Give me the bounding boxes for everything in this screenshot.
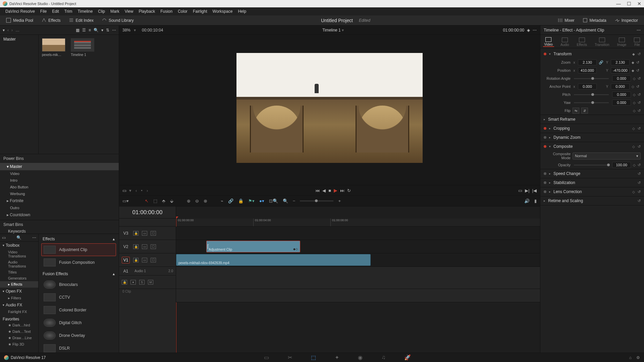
menu-playback[interactable]: Playback — [137, 9, 157, 14]
zoom-preset-icon[interactable]: ⊡🔍 — [269, 198, 278, 203]
track-v2[interactable]: ⟧⟦ Adjustment Clip ◆◇ — [176, 240, 540, 253]
track-header-v2[interactable]: V2 🔒 ▭ ☐ — [119, 240, 176, 253]
keyframe-icon[interactable]: ◆◇ — [293, 247, 298, 251]
last-frame-icon[interactable]: ⏭ — [340, 188, 344, 193]
menu-davinci[interactable]: DaVinci Resolve — [3, 9, 37, 14]
flip-v-button[interactable]: ⇵ — [581, 108, 588, 114]
clip-main-video[interactable]: pexels-mikhail-nilov-6942639.mp4 — [176, 254, 371, 266]
fairlight-page-icon[interactable]: ♫ — [381, 354, 385, 361]
match-frame-icon[interactable]: ▭ — [122, 188, 126, 193]
metadata-toggle[interactable]: Metadata — [581, 17, 608, 23]
effects-options-icon[interactable]: ⋯ — [32, 235, 36, 240]
list-view-icon[interactable]: ≡ — [89, 28, 91, 33]
zoom-slider[interactable] — [300, 200, 333, 201]
bin-outro[interactable]: Outro — [0, 204, 119, 211]
menu-color[interactable]: Color — [176, 9, 190, 14]
menu-file[interactable]: File — [38, 9, 49, 14]
dynamic-trim-icon[interactable]: ⬘ — [162, 198, 165, 203]
timeline-view-options[interactable]: ▭▾ — [122, 198, 129, 203]
pos-x-field[interactable]: 410.000 — [578, 67, 597, 73]
stop-icon[interactable]: ■ — [328, 188, 331, 193]
effects-group-header[interactable]: Effects▴ — [41, 234, 116, 243]
lens-correction-header[interactable]: ▸Lens Correction◇↺ — [540, 187, 644, 196]
anchor-x-field[interactable]: 0.000 — [578, 83, 597, 89]
solo-icon[interactable]: S — [139, 280, 145, 285]
anchor-y-field[interactable]: 0.000 — [611, 83, 630, 89]
composite-header[interactable]: ▾Composite◇↺ — [540, 142, 644, 151]
clip-adjustment[interactable]: ⟧⟦ Adjustment Clip ◆◇ — [206, 241, 300, 252]
search-icon[interactable]: 🔍 — [94, 28, 99, 33]
track-name-v1[interactable]: V1 — [122, 257, 130, 263]
disable-icon[interactable]: ☐ — [151, 244, 156, 249]
timeline-timecode[interactable]: 01:00:00:00 — [119, 206, 176, 219]
auto-select-icon[interactable]: ▭ — [142, 231, 147, 236]
tab-video[interactable]: Video — [543, 36, 554, 47]
effects-search-icon[interactable]: 🔍 — [16, 235, 21, 240]
play-icon[interactable]: ▶ — [334, 188, 337, 193]
effects-toggle[interactable]: Effects — [39, 17, 62, 23]
blade-tool-icon[interactable]: ⬙ — [170, 198, 173, 203]
cut-page-icon[interactable]: ✂ — [288, 354, 292, 361]
smart-reframe-header[interactable]: ▸Smart Reframe — [540, 115, 644, 124]
track-header-a1[interactable]: A1 Audio 1 2.0 — [119, 267, 176, 276]
detail-zoom-icon[interactable]: 🔍 — [283, 198, 288, 203]
disable-icon[interactable]: ☐ — [151, 231, 156, 236]
retime-scaling-header[interactable]: ▸Retime and Scaling↺ — [540, 196, 644, 205]
inspector-toggle[interactable]: Inspector — [612, 17, 640, 23]
openfx-header[interactable]: ▾Open FX — [0, 288, 38, 295]
fx-colored-border[interactable]: Colored Border — [41, 304, 116, 316]
track-name-v3[interactable]: V3 — [122, 230, 130, 237]
pos-y-field[interactable]: -470.000 — [611, 67, 630, 73]
smart-bins-header[interactable]: Smart Bins — [0, 220, 119, 229]
prev-clip-icon[interactable]: |◀ — [532, 188, 537, 193]
fx-binoculars[interactable]: Binoculars — [41, 278, 116, 291]
fx-audio-transitions[interactable]: Audio Transitions — [0, 259, 38, 269]
dynamic-zoom-header[interactable]: ▸Dynamic Zoom — [540, 133, 644, 142]
track-header-a1-controls[interactable]: 🔒 ● S M — [119, 276, 176, 289]
filter-icon[interactable]: ⇅ — [106, 28, 109, 33]
deliver-page-icon[interactable]: 🚀 — [404, 354, 411, 361]
pitch-slider[interactable] — [574, 94, 609, 95]
next-clip-icon[interactable]: ▶| — [525, 188, 529, 193]
track-v3[interactable] — [176, 227, 540, 240]
toolbox-header[interactable]: ▾Toolbox — [0, 242, 38, 249]
media-pool-toggle[interactable]: Media Pool — [4, 17, 35, 23]
sort-icon[interactable]: ▾ — [101, 28, 103, 33]
bin-abo[interactable]: Abo Button — [0, 184, 119, 190]
fx-fairlight[interactable]: Fairlight FX — [0, 309, 38, 315]
zoom-x-field[interactable]: 2.130 — [578, 59, 597, 65]
smart-bin-keywords[interactable]: Keywords — [0, 229, 119, 234]
lock-icon[interactable]: 🔒 — [133, 258, 139, 262]
fx-digital-glitch[interactable]: Digital Glitch — [41, 316, 116, 329]
media-page-icon[interactable]: ▭ — [264, 354, 269, 361]
marker-icon[interactable]: ●▾ — [259, 198, 264, 203]
loop-icon[interactable]: ↻ — [347, 188, 351, 193]
stabilization-header[interactable]: ▸Stabilization↺ — [540, 178, 644, 187]
bin-countdown[interactable]: ▸ Countdown — [0, 211, 119, 219]
link-icon[interactable]: 🔗 — [599, 60, 603, 65]
fav-1[interactable]: ★ Dark…hird — [0, 322, 38, 328]
flag-icon[interactable]: ⚑▾ — [248, 198, 255, 203]
speed-change-header[interactable]: ▸Speed Change↺ — [540, 169, 644, 178]
track-name-v2[interactable]: V2 — [122, 243, 130, 250]
bin-fortnite[interactable]: ▸ Fortnite — [0, 197, 119, 204]
menu-edit[interactable]: Edit — [50, 9, 61, 14]
mixer-toggle[interactable]: Mixer — [555, 17, 576, 23]
disable-icon[interactable]: ☐ — [151, 258, 156, 262]
flip-h-button[interactable]: ⇋ — [573, 108, 579, 114]
effects-view-icon[interactable]: ▭ — [2, 235, 6, 240]
viewer-render-icon[interactable]: ◈ — [527, 28, 530, 33]
timeline-body[interactable]: 01:00:00:00 01:00:04:00 01:00:08:00 ⟧⟦ A… — [176, 206, 540, 353]
close-button[interactable]: ✕ — [637, 1, 641, 6]
fx-filters[interactable]: ▸ Filters — [0, 295, 38, 301]
edit-index-toggle[interactable]: Edit Index — [67, 17, 96, 23]
menu-help[interactable]: Help — [236, 9, 248, 14]
track-a1b[interactable] — [176, 289, 540, 302]
pitch-field[interactable]: 0.000 — [612, 92, 631, 98]
yaw-slider[interactable] — [574, 102, 609, 103]
strip-view-icon[interactable]: ☰ — [82, 28, 86, 33]
bin-master[interactable]: ▾ Master — [0, 163, 119, 170]
maximize-button[interactable]: ☐ — [627, 1, 631, 6]
timeline-item[interactable]: Timeline 1 — [71, 38, 94, 57]
fx-adjustment-clip[interactable]: Adjustment Clip — [41, 243, 116, 256]
